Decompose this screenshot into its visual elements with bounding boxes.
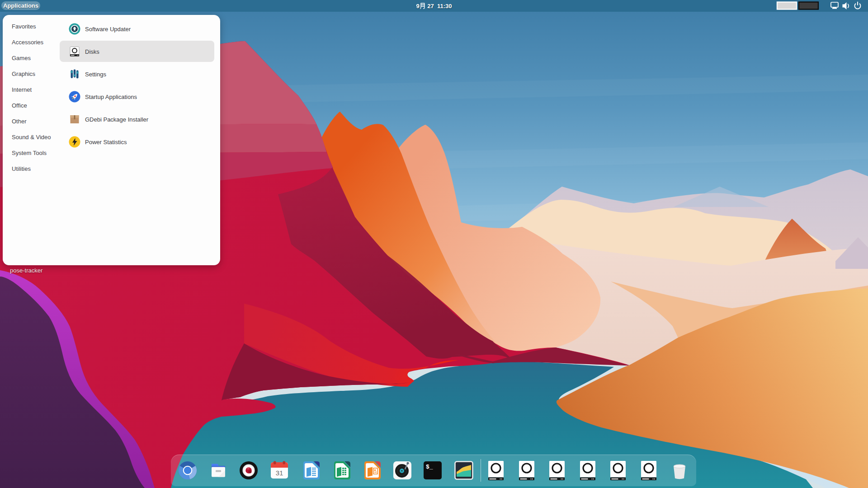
svg-text:$_: $_ [426,464,433,470]
svg-text:31: 31 [276,469,283,477]
